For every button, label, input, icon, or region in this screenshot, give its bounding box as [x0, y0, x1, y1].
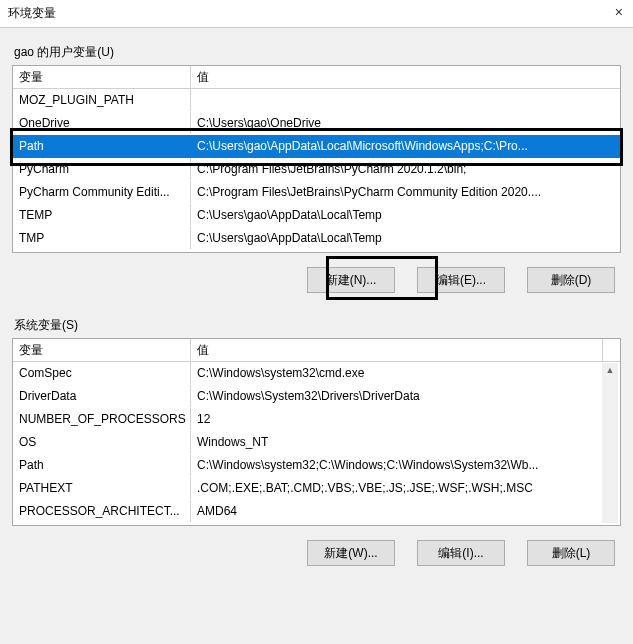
new-button[interactable]: 新建(W)... [307, 540, 395, 566]
var-value: C:\Users\gao\AppData\Local\Microsoft\Win… [191, 135, 620, 157]
edit-button[interactable]: 编辑(I)... [417, 540, 505, 566]
var-value [191, 89, 620, 111]
window-title: 环境变量 [8, 5, 56, 22]
var-value: C:\Windows\System32\Drivers\DriverData [191, 385, 603, 407]
system-button-row: 新建(W)... 编辑(I)... 删除(L) [12, 526, 621, 582]
table-row[interactable]: OS Windows_NT [13, 431, 603, 454]
col-header-name[interactable]: 变量 [13, 339, 191, 361]
table-row-selected[interactable]: Path C:\Users\gao\AppData\Local\Microsof… [13, 135, 620, 158]
system-list-body: ComSpec C:\Windows\system32\cmd.exe Driv… [13, 362, 603, 523]
new-button[interactable]: 新建(N)... [307, 267, 395, 293]
table-row[interactable]: PyCharm Community Editi... C:\Program Fi… [13, 181, 620, 204]
table-row[interactable]: DriverData C:\Windows\System32\Drivers\D… [13, 385, 603, 408]
close-icon[interactable]: × [615, 4, 623, 20]
table-row[interactable]: Path C:\Windows\system32;C:\Windows;C:\W… [13, 454, 603, 477]
var-value: C:\Program Files\JetBrains\PyCharm 2020.… [191, 158, 620, 180]
var-value: C:\Windows\system32\cmd.exe [191, 362, 603, 384]
table-row[interactable]: PyCharm C:\Program Files\JetBrains\PyCha… [13, 158, 620, 181]
var-name: PATHEXT [13, 477, 191, 499]
user-button-row: 新建(N)... 编辑(E)... 删除(D) [12, 253, 621, 309]
table-row[interactable]: TEMP C:\Users\gao\AppData\Local\Temp [13, 204, 620, 227]
var-name: TMP [13, 227, 191, 249]
var-value: C:\Users\gao\AppData\Local\Temp [191, 204, 620, 226]
list-header: 变量 值 [13, 339, 620, 362]
user-variables-list[interactable]: 变量 值 MOZ_PLUGIN_PATH OneDrive C:\Users\g… [12, 65, 621, 253]
var-name: PyCharm [13, 158, 191, 180]
var-value: C:\Users\gao\AppData\Local\Temp [191, 227, 620, 249]
table-row[interactable]: NUMBER_OF_PROCESSORS 12 [13, 408, 603, 431]
var-name: DriverData [13, 385, 191, 407]
var-name: ComSpec [13, 362, 191, 384]
var-value: AMD64 [191, 500, 603, 522]
table-row[interactable]: MOZ_PLUGIN_PATH [13, 89, 620, 112]
var-value: C:\Program Files\JetBrains\PyCharm Commu… [191, 181, 620, 203]
list-header: 变量 值 [13, 66, 620, 89]
scrollbar[interactable]: ▲ [602, 363, 618, 523]
col-header-value[interactable]: 值 [191, 339, 603, 361]
table-row[interactable]: OneDrive C:\Users\gao\OneDrive [13, 112, 620, 135]
var-value: C:\Users\gao\OneDrive [191, 112, 620, 134]
system-variables-list[interactable]: 变量 值 ComSpec C:\Windows\system32\cmd.exe… [12, 338, 621, 526]
delete-button[interactable]: 删除(D) [527, 267, 615, 293]
var-value: .COM;.EXE;.BAT;.CMD;.VBS;.VBE;.JS;.JSE;.… [191, 477, 603, 499]
var-value: Windows_NT [191, 431, 603, 453]
scroll-up-icon[interactable]: ▲ [602, 363, 618, 377]
col-header-name[interactable]: 变量 [13, 66, 191, 88]
table-row[interactable]: ComSpec C:\Windows\system32\cmd.exe [13, 362, 603, 385]
edit-button[interactable]: 编辑(E)... [417, 267, 505, 293]
var-name: MOZ_PLUGIN_PATH [13, 89, 191, 111]
user-list-body: MOZ_PLUGIN_PATH OneDrive C:\Users\gao\On… [13, 89, 620, 250]
title-bar: 环境变量 × [0, 0, 633, 28]
user-variables-label: gao 的用户变量(U) [14, 44, 621, 61]
var-name: NUMBER_OF_PROCESSORS [13, 408, 191, 430]
delete-button[interactable]: 删除(L) [527, 540, 615, 566]
table-row[interactable]: TMP C:\Users\gao\AppData\Local\Temp [13, 227, 620, 250]
system-variables-label: 系统变量(S) [14, 317, 621, 334]
var-name: Path [13, 135, 191, 157]
system-variables-section: 系统变量(S) 变量 值 ComSpec C:\Windows\system32… [12, 317, 621, 582]
var-name: OneDrive [13, 112, 191, 134]
var-name: Path [13, 454, 191, 476]
col-header-value[interactable]: 值 [191, 66, 620, 88]
dialog-content: gao 的用户变量(U) 变量 值 MOZ_PLUGIN_PATH OneDri… [0, 28, 633, 582]
var-name: TEMP [13, 204, 191, 226]
var-value: C:\Windows\system32;C:\Windows;C:\Window… [191, 454, 603, 476]
var-name: PROCESSOR_ARCHITECT... [13, 500, 191, 522]
var-value: 12 [191, 408, 603, 430]
var-name: OS [13, 431, 191, 453]
var-name: PyCharm Community Editi... [13, 181, 191, 203]
user-variables-section: gao 的用户变量(U) 变量 值 MOZ_PLUGIN_PATH OneDri… [12, 44, 621, 309]
table-row[interactable]: PATHEXT .COM;.EXE;.BAT;.CMD;.VBS;.VBE;.J… [13, 477, 603, 500]
table-row[interactable]: PROCESSOR_ARCHITECT... AMD64 [13, 500, 603, 523]
